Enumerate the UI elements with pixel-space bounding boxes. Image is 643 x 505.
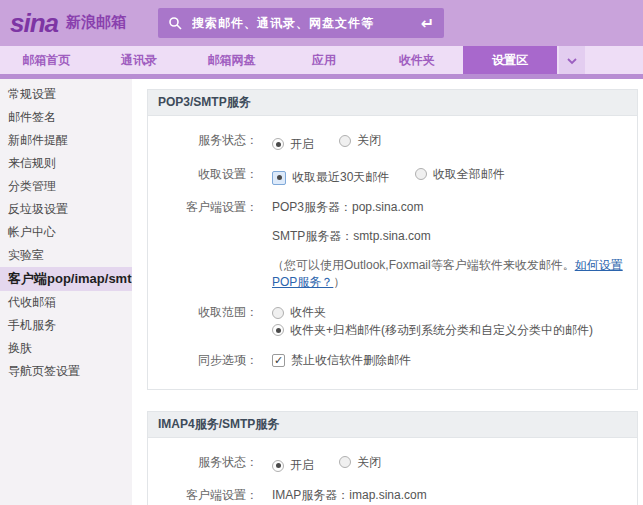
nav-tabbar: 邮箱首页 通讯录 邮箱网盘 应用 收件夹 设置区: [0, 46, 643, 74]
sync-option-label: 同步选项：: [148, 352, 258, 369]
checkbox-checked-icon[interactable]: ✓: [272, 354, 285, 367]
sidebar-item-nav-tab-settings[interactable]: 导航页签设置: [0, 360, 132, 383]
radio-selected-focused-icon[interactable]: [272, 171, 286, 185]
tab-mail-disk[interactable]: 邮箱网盘: [185, 46, 278, 74]
fetch-all-mail-option[interactable]: 收取全部邮件: [415, 166, 505, 183]
tab-mail-home[interactable]: 邮箱首页: [0, 46, 93, 74]
pop3-client-setting-row: 客户端设置： POP3服务器：pop.sina.com SMTP服务器：smtp…: [148, 199, 629, 291]
radio-selected-icon[interactable]: [272, 324, 284, 336]
pop3-panel-body: 服务状态： 开启 关闭 收: [148, 116, 637, 389]
pop3-note-close: ）: [333, 275, 345, 289]
pop3-fetch-setting-row: 收取设置： 收取最近30天邮件 收取全部邮件: [148, 166, 629, 187]
sidebar-item-antispam[interactable]: 反垃圾设置: [0, 198, 132, 221]
imap4-smtp-panel: IMAP4服务/SMTP服务 服务状态： 开启 关闭: [147, 411, 638, 505]
pop3-service-status-row: 服务状态： 开启 关闭: [148, 132, 629, 153]
fetch-last-30-days-option[interactable]: 收取最近30天邮件: [272, 169, 389, 186]
sidebar-item-lab[interactable]: 实验室: [0, 244, 132, 267]
forbid-delete-label: 禁止收信软件删除邮件: [291, 352, 411, 369]
search-input[interactable]: [192, 16, 415, 30]
sidebar-item-account-center[interactable]: 帐户中心: [0, 221, 132, 244]
pop3-status-on-option[interactable]: 开启: [272, 136, 314, 153]
nav-tabs: 邮箱首页 通讯录 邮箱网盘 应用 收件夹: [0, 46, 463, 74]
imap4-status-off-label: 关闭: [357, 454, 381, 471]
imap4-status-off-option[interactable]: 关闭: [339, 454, 381, 471]
scope-inbox-option[interactable]: 收件夹: [272, 304, 326, 321]
radio-unselected-icon[interactable]: [415, 168, 427, 180]
sidebar-item-client-pop-imap-smtp[interactable]: 客户端pop/imap/smtp: [0, 267, 132, 291]
pop3-status-on-label: 开启: [290, 136, 314, 153]
pop3-server-address: POP3服务器：pop.sina.com: [272, 199, 629, 216]
service-status-label: 服务状态：: [148, 132, 258, 153]
settings-sidebar: 常规设置 邮件签名 新邮件提醒 来信规则 分类管理 反垃圾设置 帐户中心 实验室…: [0, 79, 132, 505]
fetch-setting-label: 收取设置：: [148, 166, 258, 187]
sina-mail-settings-window: sina 新浪邮箱 ↵ 邮箱首页 通讯录 邮箱网盘 应用 收件夹 设置区: [0, 0, 643, 505]
search-icon: [168, 16, 182, 30]
tab-settings[interactable]: 设置区: [463, 46, 557, 74]
sidebar-item-category[interactable]: 分类管理: [0, 175, 132, 198]
scope-inbox-archive-option[interactable]: 收件夹+归档邮件(移动到系统分类和自定义分类中的邮件): [272, 322, 593, 339]
imap4-panel-title: IMAP4服务/SMTP服务: [148, 412, 637, 438]
header: sina 新浪邮箱 ↵: [0, 0, 643, 46]
sidebar-item-collected-mail[interactable]: 代收邮箱: [0, 291, 132, 314]
pop3-status-off-label: 关闭: [357, 132, 381, 149]
tab-dropdown-button[interactable]: [559, 46, 585, 74]
tab-contacts[interactable]: 通讯录: [93, 46, 186, 74]
forbid-delete-checkbox-option[interactable]: ✓ 禁止收信软件删除邮件: [272, 352, 411, 369]
smtp-server-address: SMTP服务器：smtp.sina.com: [272, 228, 629, 245]
pop3-status-off-option[interactable]: 关闭: [339, 132, 381, 149]
imap4-status-on-option[interactable]: 开启: [272, 457, 314, 474]
search-enter-icon[interactable]: ↵: [421, 14, 434, 33]
sidebar-item-incoming-rules[interactable]: 来信规则: [0, 152, 132, 175]
radio-selected-icon[interactable]: [272, 138, 284, 150]
sina-logo-text: sina: [10, 11, 58, 35]
pop3-fetch-scope-row: 收取范围： 收件夹 收件夹+归档邮件(移动到系统分类和自定义分类中的邮件): [148, 304, 629, 339]
tab-inbox[interactable]: 收件夹: [370, 46, 463, 74]
imap4-panel-body: 服务状态： 开启 关闭 客: [148, 438, 637, 505]
client-setting-label: 客户端设置：: [148, 199, 258, 291]
client-setting-label: 客户端设置：: [148, 487, 258, 505]
pop3-smtp-panel: POP3/SMTP服务 服务状态： 开启 关闭: [147, 89, 638, 390]
pop3-client-note: （您可以使用Outlook,Foxmail等客户端软件来收发邮件。如何设置POP…: [272, 257, 629, 291]
radio-unselected-icon[interactable]: [339, 456, 351, 468]
body: 常规设置 邮件签名 新邮件提醒 来信规则 分类管理 反垃圾设置 帐户中心 实验室…: [0, 79, 643, 505]
fetch-all-mail-label: 收取全部邮件: [433, 166, 505, 183]
sidebar-item-signature[interactable]: 邮件签名: [0, 106, 132, 129]
pop3-sync-option-row: 同步选项： ✓ 禁止收信软件删除邮件: [148, 352, 629, 369]
radio-unselected-icon[interactable]: [272, 307, 284, 319]
sidebar-item-skin[interactable]: 换肤: [0, 337, 132, 360]
radio-selected-icon[interactable]: [272, 460, 284, 472]
chevron-down-icon: [567, 51, 577, 69]
imap4-status-on-label: 开启: [290, 457, 314, 474]
radio-unselected-icon[interactable]: [339, 135, 351, 147]
sina-logo[interactable]: sina 新浪邮箱: [10, 11, 126, 35]
search-box[interactable]: ↵: [158, 8, 444, 38]
imap-server-address: IMAP服务器：imap.sina.com: [272, 487, 629, 504]
sidebar-item-general[interactable]: 常规设置: [0, 83, 132, 106]
fetch-last-30-days-label: 收取最近30天邮件: [292, 169, 389, 186]
sidebar-item-mobile-service[interactable]: 手机服务: [0, 314, 132, 337]
pop3-panel-title: POP3/SMTP服务: [148, 90, 637, 116]
main-content: POP3/SMTP服务 服务状态： 开启 关闭: [132, 79, 643, 505]
fetch-scope-label: 收取范围：: [148, 304, 258, 339]
imap4-client-setting-row: 客户端设置： IMAP服务器：imap.sina.com SMTP服务器：smt…: [148, 487, 629, 505]
scope-inbox-archive-label: 收件夹+归档邮件(移动到系统分类和自定义分类中的邮件): [290, 322, 593, 339]
imap4-service-status-row: 服务状态： 开启 关闭: [148, 454, 629, 475]
pop3-note-text: （您可以使用Outlook,Foxmail等客户端软件来收发邮件。: [272, 258, 575, 272]
tab-apps[interactable]: 应用: [278, 46, 371, 74]
brand-name: 新浪邮箱: [66, 13, 126, 32]
scope-inbox-label: 收件夹: [290, 304, 326, 321]
sidebar-item-new-mail-alert[interactable]: 新邮件提醒: [0, 129, 132, 152]
service-status-label: 服务状态：: [148, 454, 258, 475]
